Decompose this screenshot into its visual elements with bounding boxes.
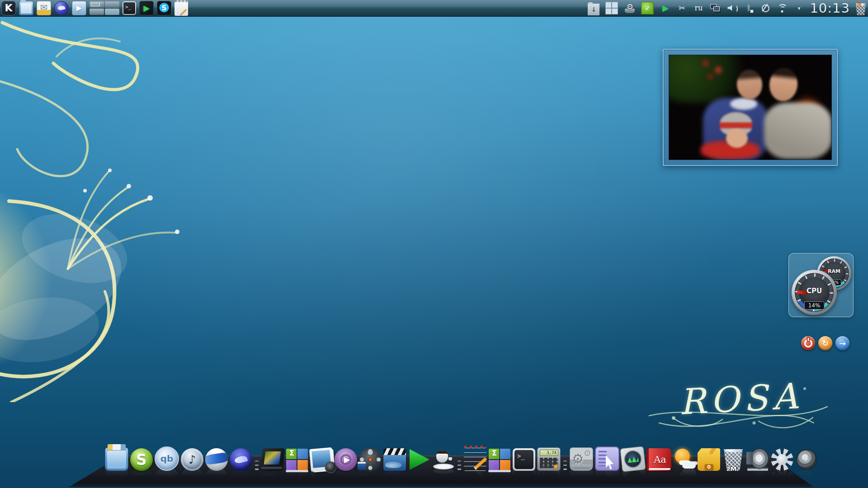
bluetooth-tray-icon[interactable]: ᛒ xyxy=(743,2,755,14)
volume-tray-icon[interactable] xyxy=(726,2,738,14)
d-music-icon: ♪ xyxy=(181,448,203,471)
power-icon xyxy=(804,339,812,347)
skype-launcher[interactable]: S xyxy=(157,1,171,15)
item-badge: 0 xyxy=(705,464,713,470)
photo-frame-widget[interactable] xyxy=(663,49,838,166)
player-tray-icon[interactable]: ▶ xyxy=(659,2,671,14)
kmenu-button[interactable]: K xyxy=(1,1,16,15)
cpu-gauge-label: CPU xyxy=(792,287,837,295)
d-office-icon: Σ xyxy=(286,448,308,471)
media-player-launcher[interactable]: ▶ xyxy=(72,1,86,15)
d-dict-icon: Aa xyxy=(646,448,671,471)
menu-editor-launcher[interactable] xyxy=(595,446,619,471)
system-tray: ↓⚙✓▶✂ruᛒ▾ xyxy=(588,1,805,15)
panel-launcher-area: K✉▶>_▶S xyxy=(0,0,188,16)
t-caret-icon: ▾ xyxy=(793,2,805,14)
icon-glyph: qb xyxy=(156,447,178,470)
pager-desktop-4[interactable] xyxy=(105,9,119,15)
icon-glyph: ⚙ xyxy=(624,0,636,14)
panel-clock[interactable]: 10:13 xyxy=(810,0,850,16)
d-cursor-icon xyxy=(595,446,619,471)
t-download-icon: ↓ xyxy=(588,4,599,15)
downloads-tray-icon[interactable]: ↓ xyxy=(588,1,599,15)
logout-button[interactable]: → xyxy=(835,336,849,350)
weather-widget[interactable] xyxy=(673,448,696,471)
terminal-launcher[interactable]: >_ xyxy=(123,1,136,15)
wifi-tray-icon[interactable] xyxy=(776,2,788,14)
restart-button[interactable]: ↻ xyxy=(818,336,832,350)
shutdown-button[interactable] xyxy=(801,336,815,350)
music-player-launcher[interactable]: ♪ xyxy=(181,448,203,471)
notes-widget[interactable]: 0 xyxy=(698,448,720,471)
documents-folder-launcher[interactable] xyxy=(105,447,128,471)
d-weather-icon xyxy=(673,448,696,471)
dock-icon-row: Sqb♪Σ▶Σ>_3,74⚙Aa07,2M xyxy=(105,446,818,471)
control-center-launcher[interactable]: ⚙ xyxy=(570,447,593,471)
seamonkey-launcher[interactable] xyxy=(230,448,252,471)
pager-desktop-1[interactable] xyxy=(90,1,104,8)
movie-player-launcher[interactable] xyxy=(359,448,382,471)
tray-expander[interactable]: ▾ xyxy=(793,2,805,14)
usb-device-tray-icon[interactable] xyxy=(760,2,771,14)
system-monitor-launcher[interactable] xyxy=(621,447,645,471)
terminal-dock-launcher[interactable]: >_ xyxy=(513,448,535,471)
photo-person-right-head xyxy=(768,66,799,103)
clipboard-tray-icon[interactable]: ✂ xyxy=(676,2,688,14)
network-tray-icon[interactable] xyxy=(709,2,721,14)
p-mail-icon: ✉ xyxy=(37,1,51,15)
qbittorrent-launcher[interactable]: qb xyxy=(155,446,179,471)
d-trash-icon: 7,2M xyxy=(722,448,745,471)
notes-dock-launcher[interactable] xyxy=(464,446,486,471)
keyboard-layout-indicator[interactable]: ru xyxy=(693,2,704,14)
bird-browser-launcher[interactable] xyxy=(54,1,69,15)
coffee-app-launcher[interactable] xyxy=(432,448,455,471)
d-seamonkey-icon xyxy=(230,448,252,471)
wallpaper-flower-art xyxy=(0,14,208,402)
d-play-icon xyxy=(408,448,430,471)
t-usb-icon xyxy=(760,2,771,14)
calculator-launcher[interactable]: 3,74 xyxy=(537,447,561,471)
kmplayer-dock-launcher[interactable] xyxy=(408,448,430,471)
photo-viewer-launcher[interactable] xyxy=(261,448,284,471)
system-gauges-widget[interactable]: RAM 28% CPU 14% xyxy=(788,253,854,317)
desktop-pager[interactable] xyxy=(90,1,119,15)
brightness-dock-widget[interactable] xyxy=(771,448,793,471)
icon-glyph: >_ xyxy=(123,1,136,15)
dock-separator xyxy=(562,450,568,471)
trash-dock-widget[interactable]: 7,2M xyxy=(722,448,745,471)
office-suite-launcher-2[interactable]: Σ xyxy=(488,448,511,471)
video-editor-launcher[interactable] xyxy=(383,448,406,471)
web-browser-launcher[interactable] xyxy=(205,448,228,471)
kmplayer-launcher[interactable]: ▶ xyxy=(139,1,154,15)
d-reel-icon xyxy=(359,448,382,471)
volume-dock-widget[interactable] xyxy=(746,448,769,471)
p-bird-icon xyxy=(54,1,69,15)
pager-desktop-2[interactable] xyxy=(105,1,119,8)
notes-launcher[interactable] xyxy=(175,0,188,16)
pager-icon xyxy=(90,1,119,15)
skype-dock-launcher[interactable]: S xyxy=(130,448,153,471)
skype-status-tray-icon[interactable]: ✓ xyxy=(641,1,654,15)
window-grid-tray-icon[interactable] xyxy=(604,1,619,15)
image-gallery-launcher[interactable] xyxy=(310,448,333,471)
icon-glyph: ✓ xyxy=(642,2,653,14)
disc-player-launcher[interactable]: ▶ xyxy=(335,448,357,471)
panel-trash-icon[interactable] xyxy=(855,3,867,15)
desktop[interactable]: { "panel": { "clock": "10:13", "launcher… xyxy=(0,0,868,488)
p-notes-icon xyxy=(175,0,188,16)
kmenu-icon: K xyxy=(1,1,16,15)
photo-person-right-body xyxy=(764,103,832,159)
d-notepad-icon: 0 xyxy=(698,448,720,471)
t-volume-icon xyxy=(726,2,738,14)
d-skype-icon: S xyxy=(130,448,153,471)
mail-launcher[interactable]: ✉ xyxy=(37,1,51,15)
file-manager-launcher[interactable] xyxy=(19,1,33,15)
panel-system-tray-area: ↓⚙✓▶✂ruᛒ▾ 10:13 xyxy=(588,0,868,16)
d-sysmon-icon xyxy=(620,446,646,472)
d-calc-icon: 3,74 xyxy=(537,447,561,471)
dictionary-launcher[interactable]: Aa xyxy=(646,448,671,471)
pager-desktop-3[interactable] xyxy=(90,9,104,15)
audio-output-widget[interactable] xyxy=(795,448,818,471)
office-suite-launcher[interactable]: Σ xyxy=(286,448,308,471)
updates-tray-icon[interactable]: ⚙ xyxy=(624,2,636,14)
